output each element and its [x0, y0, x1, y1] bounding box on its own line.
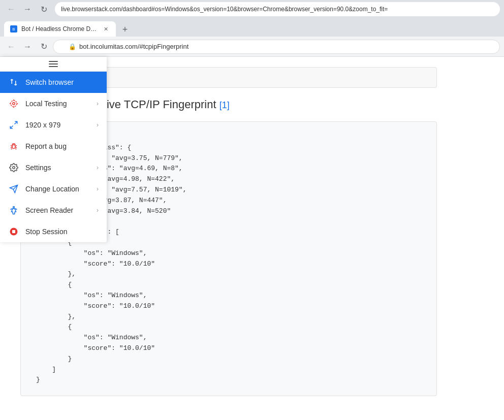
hamburger-icon — [49, 61, 58, 67]
settings-label: Settings — [25, 164, 90, 172]
top-bar: ← → ↻ — [0, 0, 504, 18]
svg-rect-26 — [12, 230, 15, 233]
active-tab[interactable]: B Bot / Headless Chrome Detectio ✕ — [4, 21, 116, 37]
hamburger-line-3 — [49, 66, 58, 67]
heading-ref: [1] — [219, 100, 230, 110]
local-testing-label: Local Testing — [25, 100, 90, 108]
reload-button[interactable]: ↻ — [37, 2, 51, 16]
svg-point-21 — [13, 167, 15, 169]
settings-arrow: › — [97, 164, 99, 171]
switch-browser-icon — [8, 77, 19, 88]
page-back-button[interactable]: ← — [4, 40, 18, 54]
resolution-icon — [8, 119, 19, 131]
svg-point-6 — [13, 103, 15, 105]
page-url-text: bot.incolumitas.com/#tcpipFingerprint — [79, 43, 188, 50]
settings-icon — [8, 162, 19, 173]
svg-line-17 — [11, 147, 12, 148]
svg-point-7 — [11, 101, 17, 107]
sidebar-item-screen-reader[interactable]: Screen Reader › — [0, 200, 107, 221]
accessibility-icon — [8, 205, 19, 216]
top-address-bar[interactable] — [55, 2, 500, 16]
tab-close-button[interactable]: ✕ — [102, 25, 110, 33]
hamburger-line-2 — [49, 63, 58, 64]
resolution-label: 1920 x 979 — [25, 121, 90, 129]
content-area: Switch browser Local Testing › — [0, 57, 504, 420]
resolution-arrow: › — [97, 121, 99, 128]
local-testing-icon — [8, 98, 19, 109]
svg-line-12 — [15, 121, 17, 124]
second-nav-bar: ← → ↻ 🔒 bot.incolumitas.com/#tcpipFinger… — [0, 37, 504, 57]
new-tab-button[interactable]: + — [118, 22, 132, 37]
back-button[interactable]: ← — [4, 2, 18, 16]
screen-reader-arrow: › — [97, 207, 99, 214]
tab-favicon: B — [10, 25, 17, 33]
sidebar-item-local-testing[interactable]: Local Testing › — [0, 93, 107, 114]
report-bug-label: Report a bug — [25, 142, 99, 150]
sidebar-item-stop-session[interactable]: Stop Session — [0, 221, 107, 242]
stop-session-label: Stop Session — [25, 228, 99, 236]
stop-icon — [8, 226, 19, 237]
sidebar-panel: Switch browser Local Testing › — [0, 57, 107, 242]
screen-reader-label: Screen Reader — [25, 206, 90, 214]
svg-line-13 — [10, 126, 13, 128]
bug-icon — [8, 141, 19, 152]
lock-icon: 🔒 — [69, 43, 76, 50]
sidebar-item-switch-browser[interactable]: Switch browser — [0, 72, 107, 93]
svg-line-15 — [11, 146, 12, 147]
sidebar-item-report-bug[interactable]: Report a bug — [0, 136, 107, 157]
svg-point-24 — [13, 207, 15, 208]
switch-browser-label: Switch browser — [25, 78, 99, 86]
change-location-arrow: › — [97, 185, 99, 192]
page-address-bar[interactable]: 🔒 bot.incolumitas.com/#tcpipFingerprint — [53, 40, 500, 54]
nav-buttons: ← → ↻ — [4, 2, 51, 16]
page-reload-button[interactable]: ↻ — [37, 40, 51, 54]
svg-line-19 — [11, 149, 12, 150]
tabs-bar: B Bot / Headless Chrome Detectio ✕ + — [0, 18, 504, 37]
svg-line-18 — [15, 147, 17, 148]
sidebar-handle[interactable] — [0, 57, 107, 72]
sidebar-item-change-location[interactable]: Change Location › — [0, 178, 107, 200]
tab-title: Bot / Headless Chrome Detectio — [21, 25, 98, 33]
local-testing-arrow: › — [97, 100, 99, 107]
forward-button[interactable]: → — [20, 2, 35, 16]
location-icon — [8, 183, 19, 195]
hamburger-line-1 — [49, 61, 58, 62]
svg-line-16 — [15, 146, 17, 147]
change-location-label: Change Location — [25, 185, 90, 193]
svg-line-20 — [15, 149, 16, 150]
browser-chrome: ← → ↻ B Bot / Headless Chrome Detectio ✕… — [0, 0, 504, 57]
svg-point-14 — [12, 145, 15, 149]
sidebar-item-resolution[interactable]: 1920 x 979 › — [0, 114, 107, 136]
page-forward-button[interactable]: → — [20, 40, 35, 54]
sidebar-item-settings[interactable]: Settings › — [0, 157, 107, 178]
